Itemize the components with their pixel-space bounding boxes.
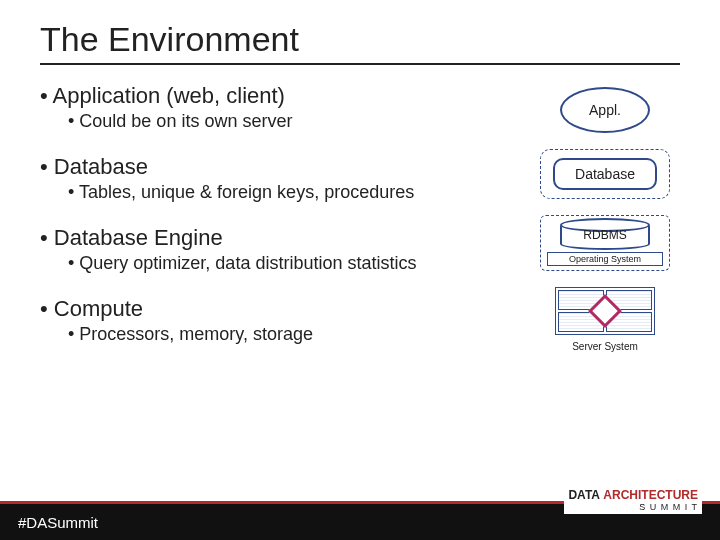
bullet-compute-sub: Processors, memory, storage — [68, 324, 520, 345]
bullet-engine: Database Engine — [40, 225, 520, 251]
diagram-column: Appl. Database RDBMS Operating System — [530, 83, 680, 367]
diagram-server — [555, 287, 655, 335]
diagram-database: Database — [553, 158, 657, 190]
diagram-rdbms-label: RDBMS — [583, 228, 626, 242]
logo-architecture: ARCHITECTURE — [603, 488, 698, 502]
bullet-engine-sub: Query optimizer, data distribution stati… — [68, 253, 520, 274]
content-row: Application (web, client) Could be on it… — [40, 83, 680, 367]
chip-icon — [558, 312, 604, 332]
logo-summit: S U M M I T — [568, 502, 698, 512]
bullet-database-sub: Tables, unique & foreign keys, procedure… — [68, 182, 520, 203]
bullet-database: Database — [40, 154, 520, 180]
chip-icon — [558, 290, 604, 310]
page-title: The Environment — [40, 20, 680, 65]
diagram-os-box: Operating System — [547, 252, 663, 266]
diagram-rdbms-cylinder: RDBMS — [560, 220, 650, 250]
diagram-application-label: Appl. — [589, 102, 621, 118]
bullet-application: Application (web, client) — [40, 83, 520, 109]
diagram-server-label: Server System — [572, 341, 638, 352]
footer: #DASummit DATA ARCHITECTURE S U M M I T — [0, 504, 720, 540]
diagram-database-label: Database — [575, 166, 635, 182]
chip-icon — [606, 312, 652, 332]
diagram-rdbms-container: RDBMS Operating System — [540, 215, 670, 271]
logo-data: DATA — [568, 488, 600, 502]
footer-logo: DATA ARCHITECTURE S U M M I T — [564, 486, 702, 514]
footer-hashtag: #DASummit — [18, 514, 98, 531]
diagram-database-container: Database — [540, 149, 670, 199]
bullet-application-sub: Could be on its own server — [68, 111, 520, 132]
bullet-list: Application (web, client) Could be on it… — [40, 83, 530, 367]
chip-icon — [606, 290, 652, 310]
slide: The Environment Application (web, client… — [0, 0, 720, 540]
diagram-application: Appl. — [560, 87, 650, 133]
diagram-server-wrap: Server System — [555, 287, 655, 352]
bullet-compute: Compute — [40, 296, 520, 322]
